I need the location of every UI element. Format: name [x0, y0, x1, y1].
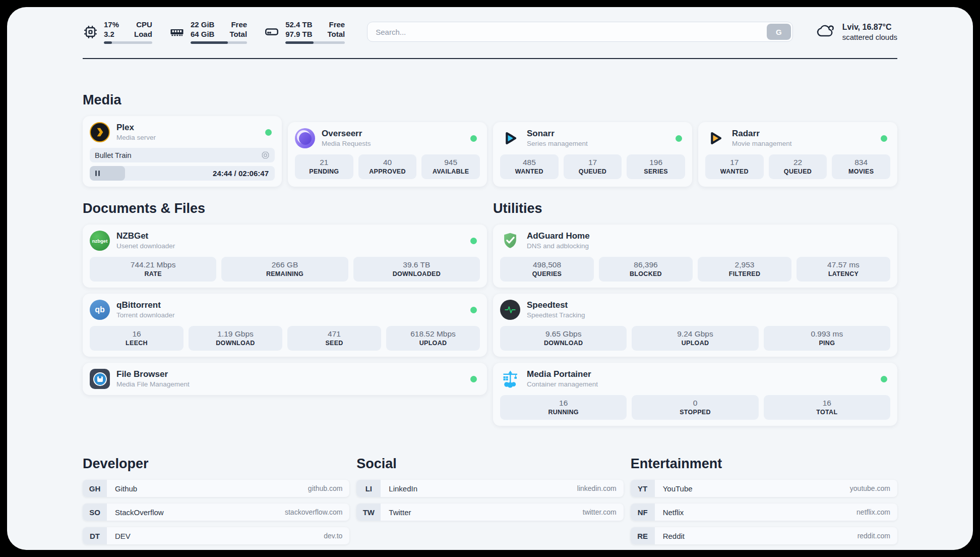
bookmark-name: Netflix — [663, 508, 684, 517]
service-name: Radarr — [732, 128, 792, 139]
bookmark-youtube[interactable]: YT YouTube youtube.com — [631, 480, 897, 497]
stat-box: 47.57 ms LATENCY — [797, 257, 890, 282]
status-dot-online — [470, 376, 477, 382]
stat-box: 16 LEECH — [90, 326, 183, 351]
bookmark-abbr: YT — [631, 480, 655, 497]
cpu-load-label: Load — [134, 29, 152, 39]
status-dot-online — [470, 307, 477, 313]
social-section: Social LI LinkedIn linkedin.com TW Twitt… — [356, 456, 623, 550]
utilities-section: Utilities AdGuard Home DNS and adblockin… — [493, 201, 897, 426]
service-subtitle: Torrent downloader — [116, 311, 175, 320]
service-card-filebrowser[interactable]: File Browser Media File Management — [83, 363, 487, 395]
service-card-portainer[interactable]: Media Portainer Container management 16 … — [493, 363, 897, 426]
adguard-icon — [500, 231, 520, 251]
stat-box: 471 SEED — [287, 326, 381, 351]
search-provider-button[interactable]: G — [767, 24, 791, 40]
section-title-developer: Developer — [83, 456, 349, 472]
stat-box: 40 APPROVED — [358, 154, 417, 179]
stat-box: 0 STOPPED — [632, 395, 758, 420]
stat-box: 266 GB REMAINING — [221, 257, 348, 282]
memory-free-label: Free — [229, 20, 247, 29]
cpu-stat-widget: 17% CPU 3.2 Load — [83, 20, 152, 44]
player-progress-fill — [90, 166, 125, 181]
dashboard-page: 17% CPU 3.2 Load — [7, 7, 973, 550]
qbittorrent-icon: qb — [90, 300, 110, 320]
bookmark-url: github.com — [308, 484, 342, 492]
video-icon — [261, 151, 270, 159]
bookmark-name: Reddit — [663, 532, 685, 540]
stat-box: 834 MOVIES — [832, 154, 890, 179]
stat-box: 86,396 BLOCKED — [599, 257, 693, 282]
pause-icon[interactable] — [95, 169, 101, 178]
bookmark-abbr: DT — [83, 527, 107, 544]
filebrowser-icon — [90, 369, 110, 389]
memory-progress-bar — [191, 41, 247, 44]
player-time: 24:44 / 02:06:47 — [213, 166, 269, 181]
stat-box: 485 WANTED — [500, 154, 559, 179]
cpu-usage-value: 17% — [104, 20, 119, 29]
stat-box: 17 QUEUED — [564, 154, 622, 179]
bookmark-github[interactable]: GH Github github.com — [83, 480, 349, 497]
service-card-radarr[interactable]: Radarr Movie management 17 WANTED 22 QUE… — [698, 122, 897, 187]
bookmark-url: linkedin.com — [577, 484, 617, 492]
service-card-plex[interactable]: Plex Media server Bullet Train 24:44 / 0… — [83, 116, 282, 187]
topbar-divider — [83, 58, 897, 59]
search-input[interactable] — [368, 22, 767, 41]
service-card-overseerr[interactable]: Overseerr Media Requests 21 PENDING 40 A… — [288, 122, 487, 187]
bookmark-stackoverflow[interactable]: SO StackOverflow stackoverflow.com — [83, 504, 349, 521]
bookmark-name: LinkedIn — [389, 484, 417, 493]
stat-box: 2,953 FILTERED — [698, 257, 791, 282]
stat-box: 16 TOTAL — [764, 395, 890, 420]
section-title-documents: Documents & Files — [83, 201, 487, 216]
disk-progress-bar — [285, 41, 345, 44]
stat-box: 1.19 Gbps DOWNLOAD — [189, 326, 282, 351]
radarr-icon — [705, 128, 725, 148]
bookmark-name: StackOverflow — [115, 508, 164, 517]
bookmark-dev[interactable]: DT DEV dev.to — [83, 527, 349, 544]
status-dot-online — [881, 376, 887, 382]
status-dot-online — [470, 238, 477, 244]
bookmark-abbr: SO — [83, 504, 107, 521]
stat-box: 196 SERIES — [627, 154, 685, 179]
service-card-adguard[interactable]: AdGuard Home DNS and adblocking 498,508 … — [493, 225, 897, 288]
bookmark-netflix[interactable]: NF Netflix netflix.com — [631, 504, 897, 521]
stat-box: 744.21 Mbps RATE — [90, 257, 216, 282]
bookmark-url: dev.to — [324, 532, 342, 540]
service-card-speedtest[interactable]: Speedtest Speedtest Tracking 9.65 Gbps D… — [493, 294, 897, 357]
bookmark-linkedin[interactable]: LI LinkedIn linkedin.com — [356, 480, 623, 497]
nzbget-icon: nzbget — [90, 231, 110, 251]
disk-free-label: Free — [327, 20, 345, 29]
stat-box: 17 WANTED — [705, 154, 764, 179]
cpu-load-value: 3.2 — [104, 29, 119, 39]
system-stats: 17% CPU 3.2 Load — [83, 20, 345, 44]
service-name: qBittorrent — [116, 300, 175, 310]
service-name: NZBGet — [116, 231, 175, 241]
section-title-media: Media — [83, 92, 897, 108]
stat-box: 22 QUEUED — [769, 154, 827, 179]
search-bar: G — [367, 22, 793, 42]
service-name: Speedtest — [527, 300, 585, 310]
service-subtitle: Container management — [527, 380, 598, 389]
bookmark-twitter[interactable]: TW Twitter twitter.com — [356, 504, 623, 521]
bookmark-reddit[interactable]: RE Reddit reddit.com — [631, 527, 897, 544]
disk-total-label: Total — [327, 29, 345, 39]
service-name: AdGuard Home — [527, 231, 590, 241]
service-name: Overseerr — [322, 128, 371, 139]
top-bar: 17% CPU 3.2 Load — [83, 16, 897, 47]
developer-section: Developer GH Github github.com SO StackO… — [83, 456, 349, 550]
status-dot-online — [265, 129, 272, 136]
service-card-qbittorrent[interactable]: qb qBittorrent Torrent downloader 16 LEE… — [83, 294, 487, 357]
service-subtitle: DNS and adblocking — [527, 242, 590, 251]
service-card-sonarr[interactable]: Sonarr Series management 485 WANTED 17 Q… — [493, 122, 692, 187]
bookmark-abbr: RE — [631, 527, 655, 544]
cpu-label: CPU — [134, 20, 152, 29]
memory-free-value: 22 GiB — [191, 20, 215, 29]
bookmark-url: netflix.com — [856, 508, 890, 516]
documents-section: Documents & Files nzbget NZBGet Usenet d… — [83, 201, 487, 395]
portainer-icon — [500, 369, 520, 389]
section-title-utilities: Utilities — [493, 201, 897, 216]
sonarr-icon — [500, 128, 520, 148]
service-card-nzbget[interactable]: nzbget NZBGet Usenet downloader 744.21 M… — [83, 225, 487, 288]
bookmark-name: Github — [115, 484, 137, 493]
service-subtitle: Series management — [527, 139, 588, 148]
